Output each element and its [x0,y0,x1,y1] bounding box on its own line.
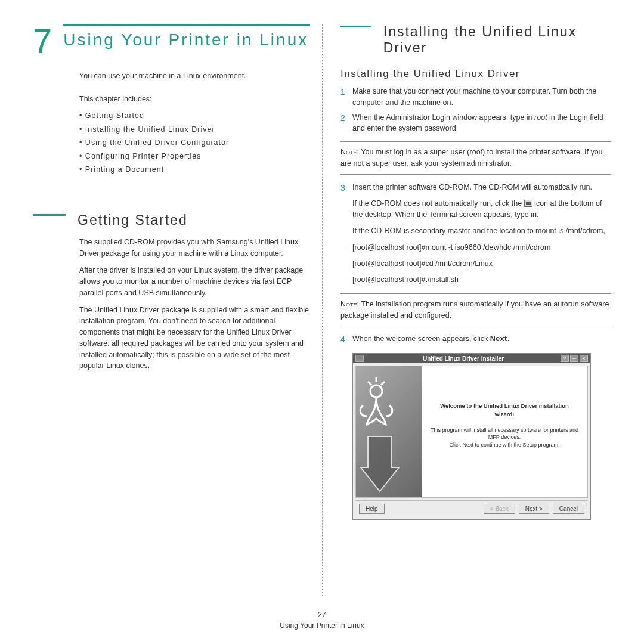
step-sub: If the CD-ROM does not automatically run… [352,198,611,221]
step-item: 2 When the Administrator Login window ap… [340,112,611,135]
wizard-welcome: Welcome to the Unified Linux Driver inst… [430,402,579,418]
step-number: 4 [340,333,352,346]
step-number: 1 [340,86,352,109]
toc-item: Printing a Document [79,163,310,177]
section-subtitle: Installing the Unified Linux Driver [340,68,611,80]
toc-item: Installing the Unified Linux Driver [79,123,310,137]
help-window-icon[interactable]: ? [561,355,569,362]
footer-title: Using Your Printer in Linux [0,620,644,631]
note-label: Note [340,148,357,156]
section-bar-icon [33,214,66,216]
section-title: Getting Started [78,212,188,228]
next-button[interactable]: Next > [519,504,549,514]
step-sub: If the CD-ROM is secondary master and th… [352,225,611,237]
minimize-icon[interactable]: – [570,355,578,362]
chapter-intro: You can use your machine in a Linux envi… [79,70,310,82]
chapter-header: 7 Using Your Printer in Linux [33,24,310,58]
chapter-title: Using Your Printer in Linux [63,24,310,50]
note-box: Note: You must log in as a super user (r… [340,141,611,175]
page-footer: 27 Using Your Printer in Linux [0,609,644,631]
note-label: Note [340,300,357,308]
step-number: 2 [340,112,352,135]
close-icon[interactable]: × [580,355,588,362]
wizard-content: Welcome to the Unified Linux Driver inst… [422,366,587,497]
page-number: 27 [0,609,644,620]
window-icon [355,355,364,362]
section-title: Installing the Unified Linux Driver [383,24,611,56]
wizard-sidebar-image [356,366,422,497]
wizard-button-bar: Help < Back Next > Cancel [355,500,588,517]
chapter-toc: This chapter includes: Getting Started I… [79,92,310,177]
wizard-line: This program will install all necessary … [430,426,579,441]
step-text: When the Administrator Login window appe… [352,112,611,135]
step-number: 3 [340,182,352,194]
step-item: 3 Insert the printer software CD-ROM. Th… [340,182,611,194]
command-line: [root@localhost root]#cd /mnt/cdrom/Linu… [352,258,611,270]
command-line: [root@localhost root]#mount -t iso9660 /… [352,242,611,253]
paragraph: The supplied CD-ROM provides you with Sa… [79,237,310,259]
terminal-icon [524,200,532,207]
installer-window: Unified Linux Driver Installer ? – × [352,353,591,520]
svg-line-1 [368,382,371,385]
paragraph: The Unified Linux Driver package is supp… [79,305,310,372]
toc-item: Getting Started [79,109,310,123]
note-text: : The installation program runs automati… [340,300,609,320]
paragraph: After the driver is installed on your Li… [79,265,310,298]
step-text: Make sure that you connect your machine … [352,86,611,109]
toc-item: Configuring Printer Properties [79,150,310,163]
section-header: Installing the Unified Linux Driver [340,24,611,56]
wizard-line: Click Next to continue with the Setup pr… [430,441,579,449]
step-item: 1 Make sure that you connect your machin… [340,86,611,109]
toc-heading: This chapter includes: [79,92,310,106]
step-text: When the welcome screen appears, click N… [352,333,611,346]
section-bar-icon [340,26,371,27]
section-header: Getting Started [33,212,310,228]
chapter-number: 7 [33,24,52,58]
window-titlebar: Unified Linux Driver Installer ? – × [353,354,590,363]
step-text: Insert the printer software CD-ROM. The … [352,182,611,194]
command-line: [root@localhost root]#./install.sh [352,274,611,286]
note-box: Note: The installation program runs auto… [340,293,611,327]
toc-item: Using the Unified Driver Configurator [79,136,310,150]
window-title: Unified Linux Driver Installer [367,355,559,362]
cancel-button[interactable]: Cancel [553,504,584,514]
help-button[interactable]: Help [359,504,385,514]
step-item: 4 When the welcome screen appears, click… [340,333,611,346]
svg-point-0 [370,385,382,397]
back-button: < Back [484,504,515,514]
svg-line-2 [381,382,385,385]
note-text: : You must log in as a super user (root)… [340,148,603,168]
